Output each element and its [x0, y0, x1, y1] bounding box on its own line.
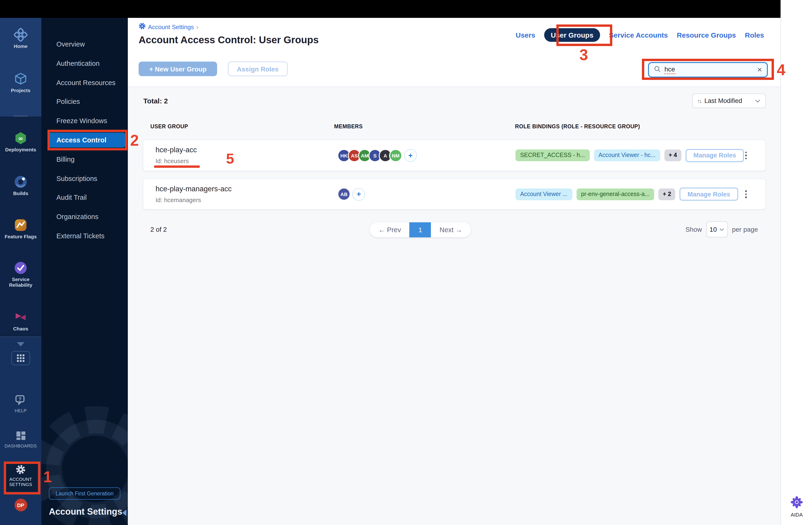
add-member-button[interactable]: +	[404, 149, 417, 162]
next-page-button[interactable]: Next →	[431, 226, 471, 234]
settings-nav-item-organizations[interactable]: Organizations	[49, 209, 125, 224]
sidebar-item-builds[interactable]: Builds	[0, 175, 41, 196]
manage-roles-button[interactable]: Manage Roles	[679, 188, 738, 201]
aida-widget[interactable]: AIDA	[781, 496, 812, 518]
grid-icon	[17, 355, 25, 362]
search-input[interactable]: hce ✕	[648, 62, 768, 77]
gear-watermark-icon	[41, 394, 128, 525]
member-avatar[interactable]: AB	[337, 188, 351, 201]
settings-nav-item-audit-trail[interactable]: Audit Trail	[49, 190, 125, 205]
sort-arrows-icon: ↑↓	[698, 97, 701, 104]
member-avatar[interactable]: NM	[389, 149, 402, 162]
annotation-number-5: 5	[226, 151, 234, 166]
tab-service-accounts[interactable]: Service Accounts	[609, 31, 668, 39]
sidebar-item-feature-flags[interactable]: Feature Flags	[0, 218, 41, 239]
sort-dropdown[interactable]: ↑↓ Last Modified	[692, 93, 766, 108]
dashboards-icon	[0, 430, 41, 441]
page-title: Account Access Control: User Groups	[139, 34, 319, 46]
right-gutter: AIDA	[781, 0, 812, 525]
member-avatar-stack: HKASAMSANM	[337, 149, 399, 162]
settings-nav-item-freeze-windows[interactable]: Freeze Windows	[49, 113, 125, 128]
deployments-icon: ∞	[0, 131, 41, 145]
tab-resource-groups[interactable]: Resource Groups	[677, 31, 736, 39]
annotation-underline-5	[154, 165, 200, 168]
settings-nav-item-policies[interactable]: Policies	[49, 94, 125, 109]
settings-nav-item-overview[interactable]: Overview	[49, 37, 125, 52]
avatar: DP	[14, 499, 27, 511]
settings-nav-item-external-tickets[interactable]: External Tickets	[49, 228, 125, 243]
sidebar-item-deployments[interactable]: ∞ Deployments	[0, 131, 41, 152]
more-bindings-badge[interactable]: + 2	[659, 188, 675, 200]
settings-nav-item-account-resources[interactable]: Account Resources	[49, 75, 125, 90]
rail-short-divider	[14, 116, 28, 117]
prev-page-button[interactable]: ← Prev	[370, 226, 410, 234]
rail-divider-line	[0, 336, 41, 337]
assign-roles-button[interactable]: Assign Roles	[228, 62, 288, 76]
chaos-icon	[0, 310, 41, 324]
settings-nav-item-access-control[interactable]: Access Control	[49, 133, 125, 148]
breadcrumb-link[interactable]: Account Settings	[148, 23, 194, 30]
sidebar-item-chaos[interactable]: Chaos	[0, 310, 41, 331]
pagination: ← Prev 1 Next →	[370, 222, 471, 237]
manage-roles-button[interactable]: Manage Roles	[685, 149, 744, 162]
feature-flags-icon	[0, 218, 41, 232]
role-binding-pill[interactable]: pr-env-general-access-a...	[576, 188, 654, 200]
user-group-row[interactable]: hce-play-managers-acc Id: hcemanagers AB…	[143, 179, 766, 210]
builds-icon	[0, 175, 41, 189]
tab-user-groups[interactable]: User Groups	[544, 28, 600, 42]
sidebar-item-label: Builds	[0, 190, 41, 196]
clear-search-icon[interactable]: ✕	[757, 66, 762, 73]
chevron-down-icon	[755, 96, 761, 105]
add-member-button[interactable]: +	[352, 188, 365, 200]
sidebar-item-help[interactable]: ? HELP	[0, 394, 41, 413]
role-binding-pill[interactable]: SECRET_ACCESS - h...	[516, 149, 589, 161]
current-page-button[interactable]: 1	[410, 222, 431, 237]
role-bindings-cell: Account Viewer ...pr-env-general-access-…	[516, 179, 738, 209]
subnav-title: Account Settings	[49, 507, 122, 517]
chevron-down-icon	[17, 342, 25, 346]
page-size-select[interactable]: 10	[706, 221, 727, 237]
screen: Home Projects ∞ Deployments Builds	[0, 0, 812, 525]
svg-text:?: ?	[18, 396, 21, 402]
svg-text:∞: ∞	[18, 135, 23, 142]
per-page-label: per page	[732, 226, 758, 233]
sidebar-item-dashboards[interactable]: DASHBOARDS	[0, 430, 41, 448]
gear-icon	[139, 22, 146, 31]
user-avatar-button[interactable]: DP	[0, 499, 41, 511]
row-menu-icon[interactable]	[743, 189, 749, 200]
row-menu-icon[interactable]	[743, 150, 749, 161]
tab-bar: Users User Groups Service Accounts Resou…	[516, 28, 764, 42]
tab-roles[interactable]: Roles	[745, 31, 764, 39]
settings-nav-item-billing[interactable]: Billing	[49, 152, 125, 167]
sidebar-item-service-reliability[interactable]: Service Reliability	[0, 261, 41, 288]
launch-first-generation-button[interactable]: Launch First Generation	[49, 487, 120, 500]
sidebar-item-account-settings[interactable]: ACCOUNT SETTINGS	[0, 464, 41, 487]
column-header-members: MEMBERS	[334, 124, 363, 129]
rail-expand-toggle[interactable]	[0, 342, 41, 346]
tab-users[interactable]: Users	[516, 31, 535, 39]
module-picker-button[interactable]	[0, 351, 41, 365]
page-header: Account Settings › Account Access Contro…	[128, 18, 781, 51]
page-size-control: Show 10 per page	[685, 221, 758, 237]
more-bindings-badge[interactable]: + 4	[664, 149, 681, 161]
user-group-row[interactable]: hce-play-acc Id: hceusers 5 HKASAMSANM +…	[143, 139, 766, 171]
settings-nav-item-authentication[interactable]: Authentication	[49, 56, 125, 71]
gear-icon	[0, 464, 41, 475]
main-content: Account Settings › Account Access Contro…	[128, 18, 781, 525]
settings-nav-item-subscriptions[interactable]: Subscriptions	[49, 171, 125, 186]
user-group-id: Id: hceusers	[155, 158, 189, 165]
sidebar-item-label: Deployments	[0, 147, 41, 152]
role-binding-pills: SECRET_ACCESS - h...Account Viewer - hc.…	[516, 149, 660, 161]
role-binding-pill[interactable]: Account Viewer - hc...	[594, 149, 660, 161]
new-user-group-button[interactable]: + New User Group	[139, 62, 217, 76]
sidebar-item-projects[interactable]: Projects	[0, 72, 41, 93]
sidebar-item-label: DASHBOARDS	[0, 443, 41, 448]
user-group-name: hce-play-acc	[155, 146, 197, 154]
aida-label: AIDA	[781, 512, 812, 518]
toolbar: + New User Group Assign Roles hce ✕	[128, 51, 781, 87]
column-header-role-bindings: ROLE BINDINGS (ROLE - RESOURCE GROUP)	[515, 124, 640, 129]
arrow-right-icon: →	[455, 226, 462, 234]
collapse-panel-icon[interactable]	[122, 510, 126, 516]
role-binding-pill[interactable]: Account Viewer ...	[516, 188, 572, 200]
sidebar-item-home[interactable]: Home	[0, 28, 41, 49]
